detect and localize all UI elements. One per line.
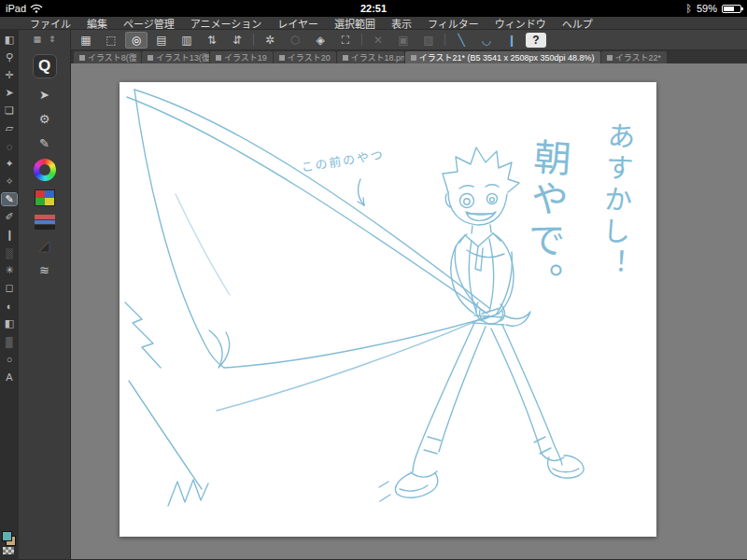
pattern-swatch[interactable] — [3, 547, 14, 554]
workspace-grid-icon[interactable]: ▦ — [75, 32, 97, 49]
menu-item[interactable]: ヘルプ — [562, 16, 593, 31]
pin-tool-icon[interactable]: ❙ — [500, 32, 523, 49]
menu-bar: ファイル編集ページ管理アニメーションレイヤー選択範囲表示フィルターウィンドウヘル… — [0, 17, 747, 30]
tool-strip: ◧ ⚲✛➤❏▱◌✦✧✎✐❙░✳◻◐◧▒○A — [0, 30, 19, 559]
menu-item[interactable]: レイヤー — [277, 16, 318, 31]
menu-item[interactable]: 表示 — [391, 16, 412, 31]
page-order-icon[interactable]: ⇅ — [201, 32, 223, 49]
canvas-tab[interactable]: イラスト21* (B5 3541 x 2508px 350dpi 48.8%) — [405, 51, 600, 63]
new-page-icon[interactable]: ▤ — [150, 32, 173, 49]
eyedropper-icon[interactable]: ✧ — [2, 175, 17, 188]
sketch-vertical-text-2: あすかし！ — [598, 120, 634, 280]
brush-tool-icon[interactable]: ❙ — [2, 229, 17, 241]
clear-icon[interactable]: ✕ — [367, 32, 389, 49]
device-label: iPad — [6, 3, 26, 14]
tab-page-icon — [279, 55, 285, 61]
wifi-icon — [30, 4, 43, 13]
panel-grid-icon[interactable]: ▦ — [33, 35, 41, 44]
frame-icon[interactable]: ▣ — [392, 32, 415, 49]
decoration-tool-icon[interactable]: ✳ — [2, 264, 17, 276]
snap-icon[interactable]: ✲ — [259, 32, 281, 49]
panel-toggle-icon[interactable]: ◧ — [2, 34, 17, 46]
cube-3d-icon[interactable]: ⬡ — [284, 32, 306, 49]
subtool-pen-icon[interactable]: ✎ — [39, 135, 49, 150]
tab-label: イラスト21* (B5 3541 x 2508px 350dpi 48.8%) — [419, 51, 595, 63]
tab-page-icon — [343, 55, 348, 61]
sketch-drawing — [120, 82, 656, 537]
wand-tool-icon[interactable]: ✦ — [2, 158, 17, 170]
battery-icon — [722, 5, 741, 13]
canvas-tabs: イラスト8(復 イラスト13(復 イラスト19 イラスト20 イラスト18.pn… — [71, 50, 747, 63]
fg-color-swatch[interactable] — [2, 531, 12, 541]
pencil-tool-icon[interactable]: ✐ — [2, 211, 17, 223]
toolbar-button[interactable] — [361, 34, 362, 46]
toolbar-button[interactable] — [444, 34, 445, 46]
transform-icon[interactable]: ⛶ — [334, 32, 357, 49]
tab-page-icon — [607, 55, 613, 61]
figure-tool-icon[interactable]: ○ — [2, 353, 17, 365]
color-swatches[interactable] — [2, 531, 17, 555]
canvas-tab[interactable]: イラスト22* — [601, 51, 667, 63]
bluetooth-icon: ᛒ — [685, 3, 692, 14]
color-wheel-icon[interactable] — [34, 159, 56, 181]
subtool-gear-icon[interactable]: ⚙ — [39, 111, 50, 126]
blend-tool-icon[interactable]: ◐ — [2, 300, 17, 312]
menu-item[interactable]: ファイル — [30, 16, 71, 31]
help-button[interactable]: ? — [526, 33, 546, 48]
toolbar-button[interactable] — [253, 34, 254, 46]
brush-lines-icon[interactable]: ≋ — [39, 262, 49, 277]
menu-item[interactable]: 編集 — [87, 16, 107, 31]
blend-icon[interactable]: ◈ — [309, 32, 331, 49]
zoom-tool-icon[interactable]: ⚲ — [2, 51, 17, 63]
clock: 22:51 — [360, 3, 387, 14]
menu-item[interactable]: アニメーション — [190, 16, 262, 31]
swirl-tool-icon[interactable]: ◎ — [125, 32, 148, 49]
lasso-tool-icon[interactable]: ◌ — [2, 140, 17, 152]
tab-page-icon — [79, 55, 85, 61]
tab-label: イラスト8(復 — [88, 51, 137, 63]
canvas-page[interactable]: この前のやつ 朝やで。 あすかし！ — [120, 82, 656, 537]
tab-label: イラスト22* — [615, 51, 661, 63]
move-tool-icon[interactable]: ✛ — [2, 69, 17, 81]
battery-percent: 59% — [697, 3, 717, 14]
quick-zoom-button[interactable]: Q — [33, 54, 57, 78]
pen-tool-icon[interactable]: ✎ — [2, 193, 17, 205]
canvas-tab[interactable]: イラスト13(復 — [142, 51, 209, 63]
marquee-tool-icon[interactable]: ▱ — [2, 122, 17, 134]
canvas-tab[interactable]: イラスト20 — [274, 51, 336, 63]
line-tool-icon[interactable]: ╲ — [450, 32, 472, 49]
object-tool-icon[interactable]: ➤ — [2, 87, 17, 99]
subtool-panel: ▦⇕ Q ➤⚙✎ ◢≋ — [19, 30, 71, 559]
select-mode-icon[interactable]: ⬚ — [100, 32, 122, 49]
layer-select-icon[interactable]: ❏ — [2, 105, 17, 117]
tab-label: イラスト13(復 — [156, 51, 209, 63]
page-move-icon[interactable]: ⇵ — [226, 32, 248, 49]
menu-item[interactable]: ウィンドウ — [495, 16, 546, 31]
text-tool-icon[interactable]: A — [2, 371, 17, 383]
canvas-tab[interactable]: イラスト18.pn — [337, 51, 404, 63]
menu-item[interactable]: ページ管理 — [123, 16, 175, 31]
canvas-tab[interactable]: イラスト8(復 — [74, 51, 141, 63]
menu-item[interactable]: フィルター — [428, 16, 479, 31]
canvas-tab[interactable]: イラスト19 — [210, 51, 273, 63]
main-toolbar: ▦⬚◎▤▥⇅⇵✲⬡◈⛶✕▣▨╲◡❙? — [71, 30, 747, 50]
curve-tool-icon[interactable]: ◡ — [475, 32, 498, 49]
tab-label: イラスト20 — [288, 51, 331, 63]
color-set-icon[interactable] — [35, 189, 55, 206]
menu-item[interactable]: 選択範囲 — [334, 16, 375, 31]
panel-arrows-icon[interactable]: ⇕ — [49, 35, 56, 44]
canvas-area[interactable]: この前のやつ 朝やで。 あすかし！ — [71, 63, 747, 559]
gradient-tool-icon[interactable]: ▒ — [2, 335, 17, 347]
pen-pressure-icon[interactable]: ◢ — [39, 238, 49, 253]
fill-tool-icon[interactable]: ◧ — [2, 317, 17, 329]
subtool-cursor-icon[interactable]: ➤ — [39, 87, 49, 102]
tab-page-icon — [411, 55, 416, 61]
screen-tone-icon[interactable]: ▨ — [417, 32, 440, 49]
status-bar: iPad 22:51 ᛒ 59% — [0, 0, 747, 17]
eraser-tool-icon[interactable]: ◻ — [2, 282, 17, 294]
airbrush-tool-icon[interactable]: ░ — [2, 246, 17, 259]
page-edit-icon[interactable]: ▥ — [176, 32, 198, 49]
color-mixer-icon[interactable] — [35, 215, 55, 230]
tab-page-icon — [148, 55, 153, 61]
left-toolbars: ◧ ⚲✛➤❏▱◌✦✧✎✐❙░✳◻◐◧▒○A ▦⇕ Q ➤⚙✎ — [0, 30, 71, 559]
